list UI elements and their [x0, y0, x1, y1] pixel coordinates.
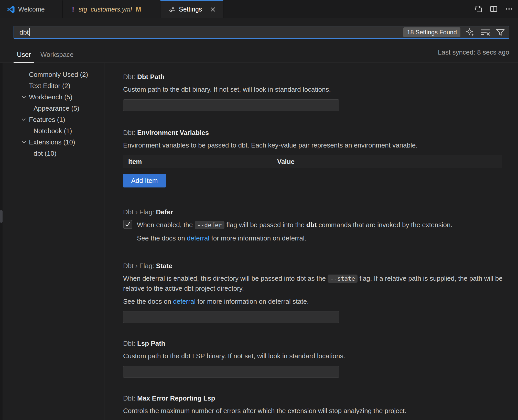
- setting-name: Lsp Path: [137, 340, 165, 347]
- setting-name: Dbt Path: [137, 73, 165, 81]
- setting-title: Dbt › Flag: Defer: [123, 208, 509, 216]
- column-header-value: Value: [277, 158, 295, 166]
- tab-welcome[interactable]: Welcome: [0, 0, 63, 18]
- tab-file-label: stg_customers.yml: [79, 6, 132, 13]
- open-settings-json-icon[interactable]: [474, 5, 483, 13]
- code-state-flag: --state: [328, 275, 358, 283]
- toc-item-dbt[interactable]: dbt (10): [3, 148, 104, 159]
- close-tab-icon[interactable]: [209, 5, 217, 14]
- setting-flag-defer: Dbt › Flag: Defer When enabled, the --de…: [123, 208, 509, 243]
- setting-description: When enabled, the --defer flag will be p…: [137, 220, 452, 230]
- setting-category: Dbt:: [123, 129, 137, 136]
- split-editor-icon[interactable]: [489, 5, 498, 13]
- env-vars-table: Item Value: [123, 155, 502, 168]
- setting-title: Dbt: Lsp Path: [123, 339, 509, 348]
- setting-max-error-reporting: Dbt: Max Error Reporting Lsp Controls th…: [123, 394, 509, 420]
- toc-label: Commonly Used (2): [29, 71, 88, 79]
- toc-item-text-editor[interactable]: Text Editor (2): [3, 80, 104, 91]
- setting-dbt-path: Dbt: Dbt Path Custom path to the dbt bin…: [123, 72, 509, 111]
- left-scroll-rail: [0, 63, 3, 420]
- text-cursor: [29, 28, 30, 36]
- toc-item-commonly-used[interactable]: Commonly Used (2): [3, 69, 104, 80]
- note-text: for more information on deferral.: [209, 234, 306, 242]
- editor-actions: [474, 0, 518, 18]
- settings-list: Dbt: Dbt Path Custom path to the dbt bin…: [123, 63, 509, 420]
- setting-title: Dbt: Environment Variables: [123, 128, 509, 137]
- desc-text: When deferral is enabled, this directory…: [123, 275, 328, 282]
- chevron-down-icon: [21, 118, 26, 121]
- editor-tab-bar: Welcome ! stg_customers.yml M Settings: [0, 0, 518, 18]
- setting-name: Environment Variables: [137, 129, 209, 136]
- setting-note: See the docs on deferral for more inform…: [123, 297, 509, 306]
- tab-settings[interactable]: Settings: [160, 0, 223, 18]
- setting-title: Dbt: Max Error Reporting Lsp: [123, 394, 509, 403]
- settings-scope-bar: User Workspace Last synced: 8 secs ago: [0, 39, 518, 63]
- vscode-logo-icon: [7, 5, 15, 14]
- setting-lsp-path: Dbt: Lsp Path Custom path to the dbt LSP…: [123, 339, 509, 378]
- desc-text: flag will be passed into the: [224, 221, 306, 229]
- settings-toc: Commonly Used (2) Text Editor (2) Workbe…: [3, 63, 104, 420]
- toc-label: Notebook (1): [34, 127, 72, 135]
- ai-search-sparkle-icon[interactable]: [465, 27, 476, 38]
- scrollbar-thumb[interactable]: [0, 210, 3, 223]
- toc-label: Text Editor (2): [29, 82, 70, 90]
- setting-description: Custom path to the dbt LSP binary. If no…: [123, 351, 504, 361]
- setting-description: Custom path to the dbt binary. If not se…: [123, 85, 504, 94]
- setting-flag-state: Dbt › Flag: State When deferral is enabl…: [123, 261, 509, 323]
- deferral-docs-link[interactable]: deferral: [173, 298, 196, 305]
- toc-label: Appearance (5): [34, 104, 79, 112]
- toc-label: Features (1): [29, 116, 65, 124]
- settings-search-row: dbt 18 Settings Found: [0, 18, 518, 39]
- toc-label: dbt (10): [34, 150, 57, 158]
- defer-checkbox-row: When enabled, the --defer flag will be p…: [123, 220, 509, 230]
- note-text: See the docs on: [137, 234, 187, 242]
- defer-checkbox[interactable]: [123, 220, 132, 229]
- chevron-down-icon: [21, 140, 26, 144]
- desc-text: commands that are invoked by the extensi…: [317, 221, 452, 229]
- setting-category: Dbt:: [123, 340, 137, 347]
- deferral-docs-link[interactable]: deferral: [187, 234, 209, 242]
- env-vars-table-header: Item Value: [123, 155, 502, 168]
- setting-category: Dbt › Flag:: [123, 262, 156, 270]
- state-path-input[interactable]: [123, 311, 339, 323]
- dbt-path-input[interactable]: [123, 99, 339, 111]
- search-query-text: dbt: [19, 28, 29, 36]
- setting-description: Controls the maximum number of errors af…: [123, 406, 504, 416]
- toc-item-workbench[interactable]: Workbench (5): [3, 91, 104, 103]
- scope-tab-workspace[interactable]: Workspace: [37, 47, 77, 63]
- column-header-item: Item: [123, 158, 277, 166]
- setting-description: Environment variables to be passed to db…: [123, 140, 504, 150]
- toc-item-extensions[interactable]: Extensions (10): [3, 136, 104, 148]
- clear-search-filters-icon[interactable]: [480, 27, 491, 38]
- desc-text: When enabled, the: [137, 221, 195, 229]
- toc-item-notebook[interactable]: Notebook (1): [3, 125, 104, 136]
- settings-sliders-icon: [168, 6, 176, 13]
- setting-title: Dbt: Dbt Path: [123, 72, 509, 81]
- note-text: for more information on deferral state.: [196, 298, 309, 305]
- modified-badge: M: [136, 6, 141, 13]
- results-count-badge: 18 Settings Found: [403, 27, 460, 37]
- tab-welcome-label: Welcome: [18, 6, 45, 13]
- setting-name: State: [156, 262, 172, 270]
- settings-search-input[interactable]: dbt 18 Settings Found: [14, 26, 509, 39]
- tab-stg-customers[interactable]: ! stg_customers.yml M: [63, 0, 160, 18]
- setting-category: Dbt:: [123, 73, 137, 81]
- chevron-down-icon: [21, 95, 26, 99]
- setting-name: Max Error Reporting Lsp: [137, 394, 215, 402]
- problem-marker: !: [72, 5, 74, 13]
- setting-note: See the docs on deferral for more inform…: [137, 234, 509, 243]
- desc-text-bold: dbt: [306, 221, 317, 229]
- add-item-button[interactable]: Add Item: [123, 174, 166, 187]
- toc-item-appearance[interactable]: Appearance (5): [3, 103, 104, 114]
- toc-item-features[interactable]: Features (1): [3, 114, 104, 125]
- note-text: See the docs on: [123, 298, 173, 305]
- setting-environment-variables: Dbt: Environment Variables Environment v…: [123, 128, 509, 187]
- tab-settings-label: Settings: [179, 6, 202, 13]
- setting-description: When deferral is enabled, this directory…: [123, 274, 504, 293]
- setting-category: Dbt:: [123, 394, 137, 402]
- toc-label: Workbench (5): [29, 93, 72, 101]
- lsp-path-input[interactable]: [123, 366, 339, 378]
- filter-funnel-icon[interactable]: [495, 27, 506, 38]
- more-actions-icon[interactable]: [505, 5, 513, 13]
- scope-tab-user[interactable]: User: [14, 47, 34, 63]
